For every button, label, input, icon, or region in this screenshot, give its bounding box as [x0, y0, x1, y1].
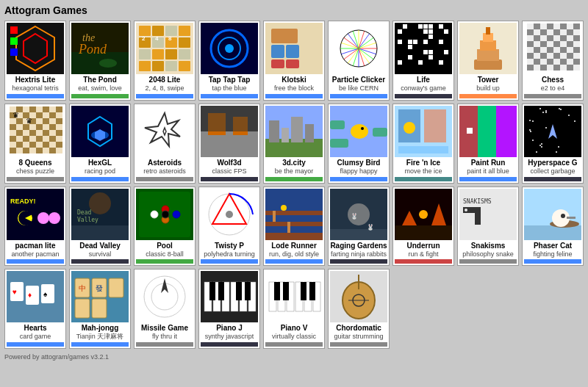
svg-rect-256	[478, 106, 496, 157]
app-title: Attogram Games	[4, 4, 584, 16]
game-title-underrun: Underrun	[407, 242, 440, 250]
game-badge-klotski	[265, 94, 323, 98]
game-card-raging[interactable]: 🐰🐰Raging Gardensfarting ninja rabbits	[328, 187, 390, 267]
game-card-underrun[interactable]: Underrunrun & fight	[392, 187, 454, 267]
svg-rect-327	[524, 225, 581, 240]
svg-rect-75	[398, 40, 402, 44]
svg-rect-150	[573, 59, 580, 65]
svg-rect-245	[330, 139, 348, 148]
svg-rect-216	[16, 148, 23, 153]
svg-rect-66	[418, 24, 423, 29]
game-card-missile[interactable]: Missile Gamefly thru it	[134, 269, 196, 349]
game-card-particle[interactable]: Particle Clickerbe like CERN	[328, 21, 390, 101]
svg-rect-19	[179, 37, 190, 48]
svg-rect-22	[165, 49, 177, 59]
svg-rect-113	[540, 35, 547, 41]
game-card-8queens[interactable]: ♛♛8 Queenschess puzzle	[4, 104, 66, 184]
svg-rect-157	[567, 65, 573, 70]
game-card-taptap[interactable]: Tap Tap Taptap the blue	[198, 21, 260, 101]
game-badge-raging	[330, 259, 387, 264]
svg-rect-139	[553, 53, 560, 59]
svg-rect-119	[527, 41, 534, 47]
game-card-phaser[interactable]: Phaser Catfighting feline	[522, 187, 584, 267]
svg-rect-112	[534, 35, 540, 41]
game-card-2048[interactable]: 2482048 Lite2, 4, 8, swipe	[134, 21, 196, 101]
svg-rect-125	[567, 41, 573, 47]
svg-rect-137	[540, 53, 547, 59]
game-card-pool[interactable]: Poolclassic 8-ball	[134, 187, 196, 267]
svg-rect-183	[10, 124, 16, 130]
svg-rect-171	[36, 112, 43, 118]
game-title-paintrun: Paint Run	[471, 159, 506, 167]
svg-rect-90	[474, 59, 502, 70]
game-badge-paintrun	[459, 177, 517, 181]
svg-rect-12	[139, 26, 151, 36]
game-thumb-tower	[459, 23, 517, 74]
game-card-lode[interactable]: Lode Runnerrun, dig, old style	[263, 187, 325, 267]
svg-rect-369	[274, 282, 280, 300]
game-badge-hextris	[7, 94, 64, 98]
game-card-pond[interactable]: thePondThe Pondeat, swim, love	[69, 21, 131, 101]
game-card-hextris[interactable]: Hextris Litehexagonal tetris	[4, 21, 66, 101]
svg-text:8: 8	[168, 35, 172, 42]
game-card-pianoj[interactable]: Piano Jsynthy javascript	[198, 269, 260, 349]
footer: Powered by attogram/games v3.2.1	[4, 353, 584, 361]
svg-rect-318	[459, 189, 517, 240]
svg-point-266	[532, 140, 534, 141]
game-card-chordo[interactable]: Chordomaticguitar strumming	[328, 269, 390, 349]
svg-rect-211	[36, 142, 43, 148]
footer-link[interactable]: attogram/games	[41, 353, 89, 361]
game-badge-tower	[459, 94, 517, 98]
svg-rect-69	[439, 24, 443, 29]
game-thumb-asteroids	[136, 106, 193, 157]
game-card-hearts[interactable]: ♥♠♦Heartscard game	[4, 269, 66, 349]
game-subtitle-pianoj: synthy javascript	[205, 333, 254, 341]
svg-rect-309	[330, 229, 387, 240]
game-card-pianv[interactable]: Piano Vvirtually classic	[263, 269, 325, 349]
game-card-paintrun[interactable]: Paint Runpaint it all blue	[457, 104, 519, 184]
svg-rect-118	[573, 35, 580, 41]
game-thumb-hyperspace	[524, 106, 581, 157]
svg-point-265	[545, 127, 547, 129]
game-subtitle-firnice: move the ice	[404, 167, 442, 176]
svg-rect-144	[534, 59, 540, 65]
svg-rect-96	[534, 23, 540, 29]
game-card-hexgl[interactable]: HexGLracing pod	[69, 104, 131, 184]
game-thumb-hexgl	[71, 106, 129, 157]
game-subtitle-snakisms: philosophy snake	[462, 250, 514, 258]
svg-rect-126	[573, 41, 580, 47]
game-card-deadvalley[interactable]: DeadValleyDead Valleysurvival	[69, 187, 131, 267]
game-thumb-3dcity	[265, 106, 323, 157]
svg-rect-107	[553, 29, 560, 35]
game-title-snakisms: Snakisms	[471, 242, 506, 250]
svg-rect-161	[23, 106, 29, 112]
game-card-mahjongg[interactable]: 中發Mah-jonggTianjin 天津麻将	[69, 269, 131, 349]
game-card-life[interactable]: Lifeconway's game	[392, 21, 454, 101]
svg-rect-218	[29, 148, 36, 153]
game-card-asteroids[interactable]: Asteroidsretro asteroids	[134, 104, 196, 184]
svg-point-269	[539, 108, 541, 109]
game-card-clumsybird[interactable]: Clumsy Birdflappy happy	[328, 104, 390, 184]
game-thumb-twisty	[201, 189, 258, 240]
game-card-chess[interactable]: Chesse2 to e4	[522, 21, 584, 101]
game-card-tower[interactable]: Towerbuild up	[457, 21, 519, 101]
game-card-wolf3d[interactable]: Wolf3dclassic FPS	[198, 104, 260, 184]
svg-rect-114	[547, 35, 553, 41]
game-title-missile: Missile Game	[141, 324, 188, 333]
game-card-firnice[interactable]: Fire 'n Icemove the ice	[392, 104, 454, 184]
game-thumb-wolf3d	[201, 106, 258, 157]
game-card-pacman[interactable]: READY!pacman liteanother pacman	[4, 187, 66, 267]
game-card-klotski[interactable]: Klotskifree the block	[263, 21, 325, 101]
svg-rect-343	[75, 299, 90, 318]
svg-rect-108	[560, 29, 567, 35]
game-card-snakisms[interactable]: SNAKISMSSnakismsphilosophy snake	[457, 187, 519, 267]
game-card-3dcity[interactable]: 3d.citybe the mayor	[263, 104, 325, 184]
svg-rect-199	[10, 136, 16, 142]
svg-rect-361	[245, 282, 251, 300]
game-card-hyperspace[interactable]: Hyperspace Gcollect garbage	[522, 104, 584, 184]
game-card-twisty[interactable]: Twisty Ppolyhedra turning	[198, 187, 260, 267]
svg-rect-321	[469, 207, 475, 213]
svg-rect-322	[475, 207, 481, 213]
svg-point-263	[556, 151, 557, 153]
svg-rect-208	[16, 142, 23, 148]
